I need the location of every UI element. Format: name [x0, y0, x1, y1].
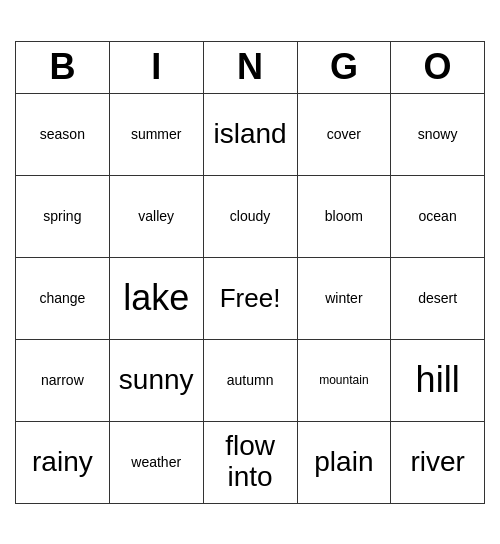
bingo-row: narrowsunnyautumnmountainhill	[16, 339, 485, 421]
bingo-cell: island	[203, 93, 297, 175]
bingo-cell: sunny	[109, 339, 203, 421]
bingo-row: rainyweatherflowintoplainriver	[16, 421, 485, 503]
bingo-cell: narrow	[16, 339, 110, 421]
bingo-card: BINGO seasonsummerislandcoversnowyspring…	[15, 41, 485, 504]
header-letter: G	[297, 41, 391, 93]
bingo-cell: plain	[297, 421, 391, 503]
bingo-row: springvalleycloudybloomocean	[16, 175, 485, 257]
bingo-cell: Free!	[203, 257, 297, 339]
bingo-cell: change	[16, 257, 110, 339]
bingo-cell: mountain	[297, 339, 391, 421]
bingo-cell: desert	[391, 257, 485, 339]
bingo-cell: winter	[297, 257, 391, 339]
bingo-cell: lake	[109, 257, 203, 339]
header-letter: B	[16, 41, 110, 93]
bingo-cell: river	[391, 421, 485, 503]
bingo-cell: season	[16, 93, 110, 175]
bingo-cell: hill	[391, 339, 485, 421]
bingo-cell: flowinto	[203, 421, 297, 503]
header-letter: N	[203, 41, 297, 93]
header-letter: O	[391, 41, 485, 93]
bingo-cell: snowy	[391, 93, 485, 175]
header-row: BINGO	[16, 41, 485, 93]
bingo-cell: bloom	[297, 175, 391, 257]
bingo-cell: autumn	[203, 339, 297, 421]
bingo-cell: valley	[109, 175, 203, 257]
bingo-cell: ocean	[391, 175, 485, 257]
bingo-cell: cloudy	[203, 175, 297, 257]
bingo-cell: spring	[16, 175, 110, 257]
bingo-row: seasonsummerislandcoversnowy	[16, 93, 485, 175]
header-letter: I	[109, 41, 203, 93]
bingo-cell: rainy	[16, 421, 110, 503]
bingo-cell: weather	[109, 421, 203, 503]
bingo-row: changelakeFree!winterdesert	[16, 257, 485, 339]
bingo-cell: cover	[297, 93, 391, 175]
bingo-cell: summer	[109, 93, 203, 175]
